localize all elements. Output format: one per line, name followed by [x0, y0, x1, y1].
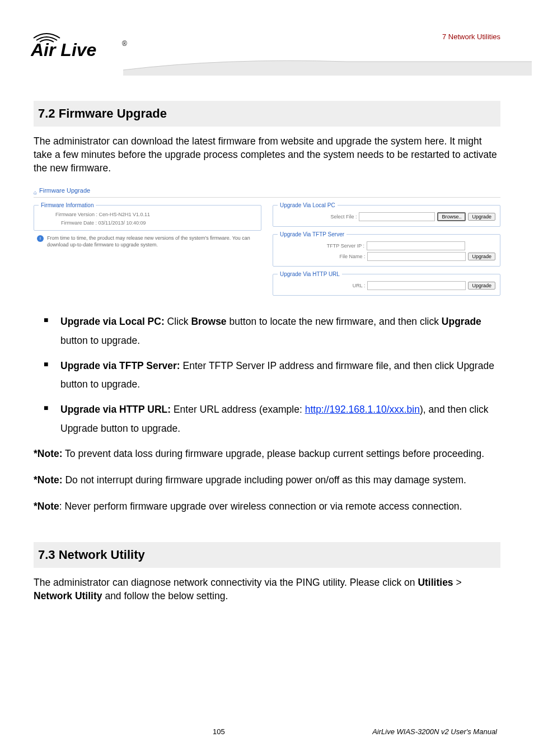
- fw-version-value: Cen-HS-N2H1 V1.0.11: [99, 212, 151, 217]
- tftp-ip-label: TFTP Server IP :: [327, 243, 364, 249]
- file-name-label: File Name :: [339, 254, 365, 259]
- bullet-http: Upgrade via HTTP URL: Enter URL address …: [34, 400, 500, 438]
- upgrade-http-legend: Upgrade Via HTTP URL: [278, 271, 342, 277]
- upgrade-tftp-fieldset: Upgrade Via TFTP Server TFTP Server IP :…: [273, 231, 500, 267]
- tftp-ip-input[interactable]: [367, 241, 465, 250]
- manual-title: AirLive WIAS-3200N v2 User's Manual: [372, 727, 497, 736]
- section-7-3-title: 7.3 Network Utility: [34, 542, 500, 568]
- select-file-input[interactable]: [359, 212, 435, 221]
- bullet-tftp: Upgrade via TFTP Server: Enter TFTP Serv…: [34, 357, 500, 394]
- header-swoosh: [123, 53, 532, 76]
- info-icon: i: [37, 235, 44, 242]
- upgrade-localpc-button[interactable]: Upgrade: [468, 213, 495, 221]
- upgrade-localpc-legend: Upgrade Via Local PC: [278, 202, 338, 208]
- firmware-upgrade-screenshot: ⌂ Firmware Upgrade Firmware Information …: [34, 187, 500, 300]
- url-input[interactable]: [367, 281, 466, 290]
- upgrade-tftp-legend: Upgrade Via TFTP Server: [278, 231, 346, 237]
- upgrade-tftp-button[interactable]: Upgrade: [468, 253, 495, 260]
- upgrade-localpc-fieldset: Upgrade Via Local PC Select File : Brows…: [273, 202, 500, 227]
- svg-text:®: ®: [122, 40, 127, 48]
- section-7-2-title: 7.2 Firmware Upgrade: [34, 101, 500, 127]
- home-icon: ⌂: [34, 189, 37, 195]
- screenshot-title: Firmware Upgrade: [39, 187, 90, 194]
- firmware-info-legend: Firmware Information: [39, 202, 96, 208]
- upgrade-http-fieldset: Upgrade Via HTTP URL URL : Upgrade: [273, 271, 500, 296]
- fw-date-value: 03/11/2013/ 10:40:09: [99, 220, 146, 226]
- fw-date-label: Firmware Date :: [55, 220, 97, 226]
- fw-version-label: Firmware Version :: [55, 212, 97, 217]
- page-number: 105: [213, 727, 225, 736]
- airlive-logo: Air Live ®: [31, 28, 134, 62]
- note-2: *Note: Do not interrupt during firmware …: [34, 471, 500, 489]
- url-label: URL :: [353, 283, 366, 288]
- svg-text:Air Live: Air Live: [31, 40, 96, 59]
- file-name-input[interactable]: [367, 252, 466, 261]
- section-7-2-intro: The administrator can download the lates…: [34, 134, 500, 175]
- section-7-3-intro: The administrator can diagnose network c…: [34, 576, 500, 603]
- note-1: *Note: To prevent data loss during firmw…: [34, 445, 500, 463]
- upgrade-http-button[interactable]: Upgrade: [468, 282, 495, 290]
- select-file-label: Select File :: [330, 214, 357, 220]
- bullet-local-pc: Upgrade via Local PC: Click Browse butto…: [34, 312, 500, 350]
- info-note-text: From time to time, the product may relea…: [47, 235, 258, 248]
- example-url-link[interactable]: http://192.168.1.10/xxx.bin: [305, 404, 420, 415]
- note-3: *Note: Never perform firmware upgrade ov…: [34, 497, 500, 516]
- breadcrumb: 7 Network Utilities: [442, 32, 500, 41]
- browse-button[interactable]: Browse..: [437, 212, 466, 221]
- firmware-info-fieldset: Firmware Information Firmware Version : …: [34, 202, 261, 231]
